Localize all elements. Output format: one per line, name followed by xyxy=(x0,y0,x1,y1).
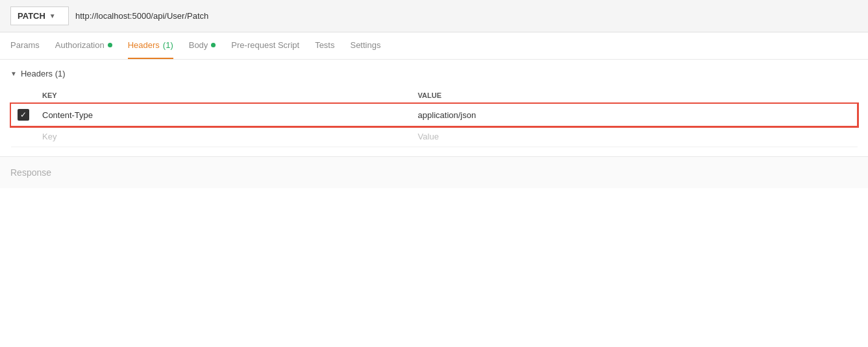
method-label: PATCH xyxy=(18,11,45,21)
tab-tests-label: Tests xyxy=(315,40,334,50)
url-bar: PATCH ▼ xyxy=(0,0,868,32)
response-section: Response xyxy=(0,156,868,188)
authorization-dot xyxy=(108,43,112,47)
method-select[interactable]: PATCH ▼ xyxy=(10,6,69,25)
header-row-placeholder: Key Value xyxy=(11,126,858,147)
headers-section-header[interactable]: ▼ Headers (1) xyxy=(10,69,858,78)
url-input[interactable] xyxy=(75,11,858,21)
key-col-header: KEY xyxy=(36,88,412,104)
body-dot xyxy=(211,43,216,47)
placeholder-key[interactable]: Key xyxy=(36,126,412,147)
method-chevron-icon: ▼ xyxy=(49,12,56,19)
tab-headers-count: (1) xyxy=(163,40,173,50)
tab-body-label: Body xyxy=(189,40,208,50)
row-0-checkbox[interactable]: ✓ xyxy=(18,109,29,121)
row-0-checkbox-cell: ✓ xyxy=(11,104,36,126)
response-label: Response xyxy=(10,167,51,178)
row-0-key[interactable]: Content-Type xyxy=(36,104,412,126)
tab-pre-request-script[interactable]: Pre-request Script xyxy=(231,32,299,59)
actions-col-header xyxy=(832,88,858,104)
tab-authorization[interactable]: Authorization xyxy=(55,32,112,59)
tab-params-label: Params xyxy=(10,40,40,50)
tabs-bar: Params Authorization Headers (1) Body Pr… xyxy=(0,32,868,60)
checkmark-icon: ✓ xyxy=(20,111,27,119)
headers-table: KEY VALUE ✓ Content-Type application/jso… xyxy=(10,88,858,147)
section-title: Headers (1) xyxy=(21,69,66,78)
tab-headers-label: Headers xyxy=(128,40,160,50)
headers-content: ▼ Headers (1) KEY VALUE ✓ Content-Type a… xyxy=(0,60,868,156)
tab-headers[interactable]: Headers (1) xyxy=(128,32,173,59)
table-header-row: KEY VALUE xyxy=(11,88,858,104)
value-col-header: VALUE xyxy=(412,88,832,104)
checkbox-col-header xyxy=(11,88,36,104)
tab-tests[interactable]: Tests xyxy=(315,32,334,59)
placeholder-actions xyxy=(832,126,858,147)
header-row-0: ✓ Content-Type application/json xyxy=(11,104,858,126)
placeholder-value[interactable]: Value xyxy=(412,126,832,147)
row-0-value[interactable]: application/json xyxy=(412,104,832,126)
tab-pre-request-script-label: Pre-request Script xyxy=(231,40,299,50)
row-0-actions xyxy=(832,104,858,126)
tab-body[interactable]: Body xyxy=(189,32,216,59)
tab-settings-label: Settings xyxy=(350,40,380,50)
tab-params[interactable]: Params xyxy=(10,32,40,59)
tab-authorization-label: Authorization xyxy=(55,40,105,50)
section-chevron-icon: ▼ xyxy=(10,70,17,77)
placeholder-checkbox-cell xyxy=(11,126,36,147)
tab-settings[interactable]: Settings xyxy=(350,32,380,59)
